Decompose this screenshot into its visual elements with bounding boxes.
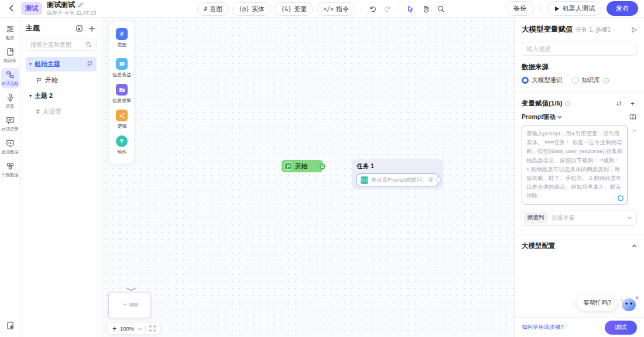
add-assignment-button[interactable]: + — [628, 99, 637, 108]
topic-item-start[interactable]: 开始 — [26, 73, 97, 87]
topic-label: 主题 2 — [35, 91, 53, 100]
model-config-section-toggle[interactable]: 大模型配置 — [522, 241, 637, 250]
task-step-llm-assign[interactable]: {;} 未设置Prompt或提问、变量 — [357, 173, 439, 186]
entity-tool-button[interactable]: {@} 实体 — [232, 2, 271, 16]
remove-assignment-button[interactable]: − — [630, 126, 639, 135]
nav-item-monitor-data[interactable]: 监控数据 — [1, 137, 19, 157]
nav-label: 配置 — [6, 35, 15, 40]
chat-log-icon — [6, 116, 15, 125]
palette-item-logic[interactable]: 逻辑 — [116, 108, 128, 134]
backup-button[interactable]: 备份 — [506, 1, 534, 16]
zoom-controls: + 100% − — [108, 323, 160, 334]
zoom-in-button[interactable]: + — [112, 325, 117, 332]
description-input[interactable] — [522, 42, 637, 56]
svg-text:?: ? — [567, 102, 569, 105]
fit-view-button[interactable] — [149, 325, 156, 332]
sort-icon[interactable] — [615, 99, 624, 108]
prompt-mode-dropdown[interactable]: Prompt驱动 — [522, 113, 562, 121]
inspector-footer: 如何使用该步骤? 调试 — [515, 317, 644, 337]
chevron-down-icon — [627, 216, 632, 220]
topic-item-start-topic[interactable]: ▾ 起始主题 — [26, 57, 97, 72]
topic-label: 开始 — [45, 76, 58, 84]
microphone-icon — [6, 93, 15, 102]
step-help-link[interactable]: 如何使用该步骤? — [522, 324, 564, 331]
palette-item-action[interactable]: 动作 — [116, 134, 128, 159]
canvas-search-button[interactable] — [435, 3, 447, 15]
workspace-settings-button[interactable] — [5, 319, 16, 331]
topic-item-unset-intent[interactable]: # 未设置 — [26, 104, 97, 119]
undo-button[interactable] — [366, 3, 378, 15]
task-node-output-port[interactable] — [436, 178, 441, 183]
header-divider — [540, 5, 541, 13]
intent-tool-button[interactable]: # 意图 — [197, 2, 229, 16]
caret-down-icon[interactable]: ▾ — [29, 62, 32, 67]
toolbar-divider — [399, 5, 399, 13]
radio-knowledge-base[interactable]: 知识库 ? — [572, 76, 610, 84]
select-cursor-button[interactable] — [405, 3, 416, 15]
ai-sparkle-icon[interactable] — [617, 195, 624, 202]
prompt-textarea[interactable]: 请输入prompt，用&引用变量，@引用实体。 ###任务： 你是一位专业购物导… — [522, 125, 628, 205]
topic-panel: 主题 ▾ 起始主题 开始 — [20, 18, 102, 337]
assign-to-select[interactable]: 赋值到 选择变量 — [522, 210, 637, 226]
task-step-hint: 未设置Prompt或提问、变量 — [371, 176, 434, 184]
robot-test-button[interactable]: 机器人测试 — [547, 1, 602, 16]
palette-item-intent[interactable]: # 意图 — [116, 26, 128, 52]
undo-icon — [369, 5, 376, 13]
redo-button[interactable] — [382, 3, 393, 15]
zoom-divider — [145, 326, 146, 332]
hand-icon — [422, 5, 430, 13]
topic-label: 未设置 — [43, 107, 62, 116]
zoom-out-button[interactable]: − — [138, 325, 142, 332]
redo-icon — [384, 5, 392, 13]
topic-search-box[interactable] — [26, 39, 97, 51]
help-bubble[interactable]: 要帮忙吗? — [577, 295, 617, 311]
minimap[interactable] — [108, 292, 151, 318]
left-nav-rail: 配置 知识库 对话流程 语音 对话记录 监控数据 — [0, 18, 20, 337]
task-node-title: 任务 1 — [357, 162, 439, 171]
palette-item-collect[interactable]: 信息收集 — [112, 82, 132, 108]
reference-book-icon[interactable] — [628, 113, 637, 121]
model-config-label: 大模型配置 — [522, 241, 556, 250]
flow-canvas[interactable]: # 意图 信息表达 信息收集 — [102, 18, 514, 337]
edit-title-icon[interactable] — [77, 2, 84, 8]
nav-label: 语音 — [6, 103, 15, 109]
nav-item-knowledge[interactable]: 知识库 — [1, 45, 19, 66]
nav-item-config[interactable]: 配置 — [1, 22, 19, 43]
chat-bubble-icon — [116, 58, 128, 70]
variable-tool-label: 变量 — [294, 5, 307, 13]
publish-button[interactable]: 发布 — [607, 1, 638, 16]
command-tool-button[interactable]: </> 指令 — [317, 2, 355, 16]
topic-search-input[interactable] — [30, 42, 85, 48]
start-node[interactable]: 开始 — [282, 160, 323, 172]
start-node-output-port[interactable] — [320, 164, 326, 169]
intent-tool-label: 意图 — [210, 5, 222, 13]
topic-item-topic2[interactable]: ▾ 主题 2 — [26, 88, 97, 103]
nav-item-dialog-flow[interactable]: 对话流程 — [1, 68, 19, 88]
chevron-left-icon — [9, 5, 14, 12]
debug-button[interactable]: 调试 — [605, 321, 637, 335]
nav-item-voice[interactable]: 语音 — [1, 91, 19, 111]
back-button[interactable] — [6, 3, 16, 13]
radio-llm-knowledge[interactable]: 大模型通识 — [522, 76, 563, 84]
node-palette: # 意图 信息表达 信息收集 — [109, 21, 134, 164]
palette-item-express[interactable]: 信息表达 — [112, 56, 132, 82]
assistant-mascot[interactable] — [619, 294, 640, 312]
variable-tool-button[interactable]: {&} 变量 — [275, 2, 313, 16]
run-step-icon[interactable] — [632, 27, 637, 33]
folder-check-icon — [116, 84, 128, 96]
nav-item-dialog-log[interactable]: 对话记录 — [1, 114, 19, 134]
pan-hand-button[interactable] — [420, 3, 431, 15]
nav-item-intervention-data[interactable]: 干预数据 — [1, 159, 19, 180]
caret-down-icon[interactable]: ▾ — [29, 93, 32, 98]
add-topic-button[interactable] — [87, 24, 97, 33]
step-inspector-panel: 大模型变量赋值 任务 1, 步骤1 数据来源 大模型通识 知识库 ? — [514, 18, 644, 337]
minimap-collapse-handle[interactable] — [124, 287, 138, 291]
app-badge: 测试 — [21, 2, 42, 15]
minimap-node — [129, 303, 138, 307]
import-topic-icon[interactable] — [74, 24, 84, 33]
assignment-label: 变量赋值(1/5) — [522, 99, 563, 108]
radio-dot — [522, 77, 529, 84]
task-node[interactable]: 任务 1 {;} 未设置Prompt或提问、变量 — [352, 159, 443, 189]
chevron-down-icon — [557, 115, 562, 119]
book-icon — [6, 47, 15, 56]
